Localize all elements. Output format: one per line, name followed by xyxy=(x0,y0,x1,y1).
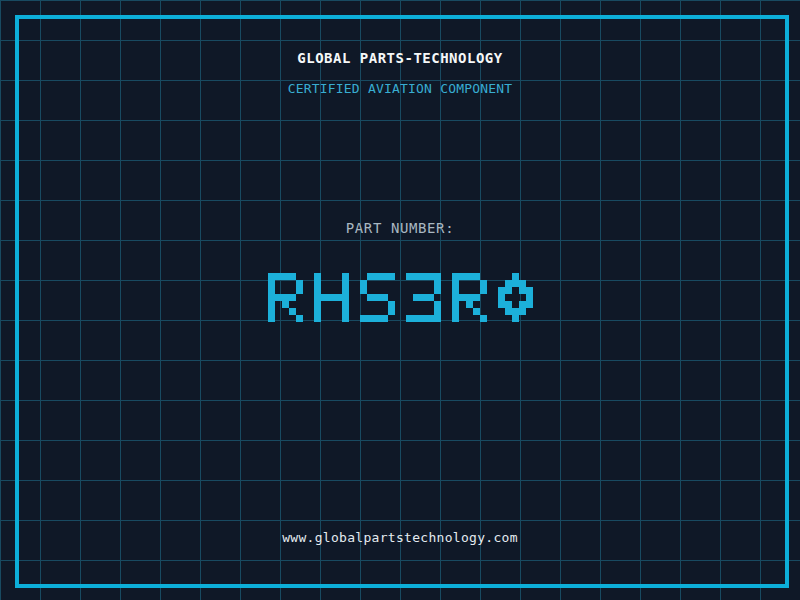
part-number-glyphs xyxy=(268,273,533,322)
website-url: www.globalpartstechnology.com xyxy=(0,530,800,545)
part-number-value xyxy=(0,273,800,322)
certificate-card: GLOBAL PARTS-TECHNOLOGY CERTIFIED AVIATI… xyxy=(0,0,800,600)
part-number-label: PART NUMBER: xyxy=(0,220,800,236)
brand-subtitle: CERTIFIED AVIATION COMPONENT xyxy=(0,81,800,96)
brand-title: GLOBAL PARTS-TECHNOLOGY xyxy=(0,50,800,66)
